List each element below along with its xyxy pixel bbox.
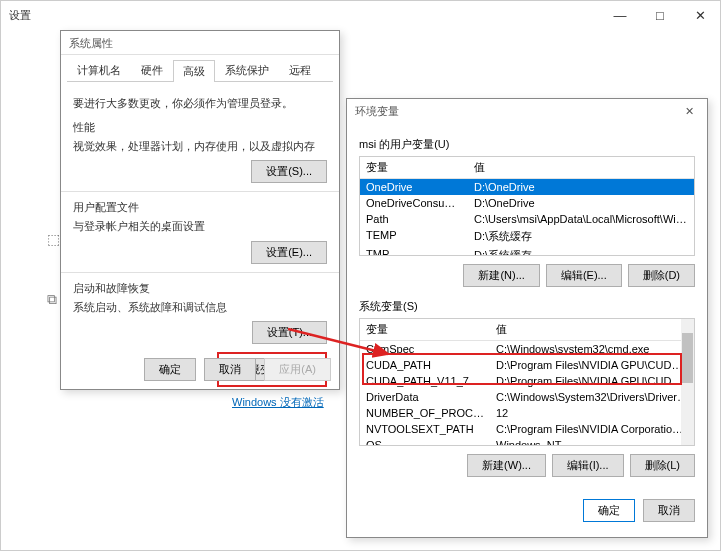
close-button[interactable]: ✕ (679, 99, 699, 123)
var-name: OneDrive (360, 179, 468, 195)
table-row[interactable]: OneDriveD:\OneDrive (360, 179, 694, 195)
dialog-buttons: 确定 取消 应用(A) (144, 358, 331, 381)
var-name: TEMP (360, 227, 468, 246)
window-title: 设置 (9, 8, 31, 23)
startup-desc: 系统启动、系统故障和调试信息 (73, 299, 327, 316)
cancel-button[interactable]: 取消 (204, 358, 256, 381)
table-header: 变量 值 (360, 319, 694, 341)
tab-advanced[interactable]: 高级 (173, 60, 215, 82)
col-name[interactable]: 变量 (360, 319, 490, 340)
table-row[interactable]: ComSpecC:\Windows\system32\cmd.exe (360, 341, 694, 357)
var-value: 12 (490, 405, 694, 421)
new-button[interactable]: 新建(W)... (467, 454, 546, 477)
admin-note: 要进行大多数更改，你必须作为管理员登录。 (73, 95, 327, 112)
var-name: OneDriveConsumer (360, 195, 468, 211)
profile-settings-button[interactable]: 设置(E)... (251, 241, 327, 264)
scroll-thumb[interactable] (682, 333, 693, 383)
var-value: D:\系统缓存 (468, 246, 694, 256)
dialog-title: 系统属性 (61, 31, 339, 55)
separator (61, 191, 339, 192)
startup-settings-button[interactable]: 设置(T)... (252, 321, 327, 344)
dialog-title: 环境变量 (355, 99, 399, 123)
var-name: TMP (360, 246, 468, 256)
table-row[interactable]: CUDA_PATHD:\Program Files\NVIDIA GPU\CUD… (360, 357, 694, 373)
minimize-button[interactable]: — (600, 1, 640, 29)
tab-computer-name[interactable]: 计算机名 (67, 59, 131, 81)
user-var-buttons: 新建(N)... 编辑(E)... 删除(D) (359, 264, 695, 287)
table-row[interactable]: OSWindows_NT (360, 437, 694, 446)
user-vars-label: msi 的用户变量(U) (359, 137, 695, 152)
profile-desc: 与登录帐户相关的桌面设置 (73, 218, 327, 235)
perf-desc: 视觉效果，处理器计划，内存使用，以及虚拟内存 (73, 138, 327, 155)
scrollbar[interactable] (681, 319, 694, 445)
var-value: D:\Program Files\NVIDIA GPU\CUDA Develop… (490, 357, 694, 373)
close-button[interactable]: ✕ (680, 1, 720, 29)
new-button[interactable]: 新建(N)... (463, 264, 539, 287)
cancel-button[interactable]: 取消 (643, 499, 695, 522)
user-vars-rows: OneDriveD:\OneDriveOneDriveConsumerD:\On… (360, 179, 694, 256)
perf-settings-button[interactable]: 设置(S)... (251, 160, 327, 183)
window-controls: — □ ✕ (600, 1, 720, 29)
var-name: ComSpec (360, 341, 490, 357)
var-name: CUDA_PATH (360, 357, 490, 373)
var-name: OS (360, 437, 490, 446)
sys-vars-label: 系统变量(S) (359, 299, 695, 314)
ok-button[interactable]: 确定 (144, 358, 196, 381)
tab-remote[interactable]: 远程 (279, 59, 321, 81)
sidebar-icon: ⬚ (47, 231, 60, 247)
table-row[interactable]: CUDA_PATH_V11_7D:\Program Files\NVIDIA G… (360, 373, 694, 389)
delete-button[interactable]: 删除(D) (628, 264, 695, 287)
var-name: DriverData (360, 389, 490, 405)
perf-label: 性能 (73, 120, 327, 135)
table-header: 变量 值 (360, 157, 694, 179)
envvar-body: msi 的用户变量(U) 变量 值 OneDriveD:\OneDriveOne… (347, 123, 707, 489)
var-value: D:\Program Files\NVIDIA GPU\CUDA Develop… (490, 373, 694, 389)
var-value: Windows_NT (490, 437, 694, 446)
table-row[interactable]: TMPD:\系统缓存 (360, 246, 694, 256)
tabs: 计算机名 硬件 高级 系统保护 远程 (67, 59, 333, 82)
ok-button[interactable]: 确定 (583, 499, 635, 522)
system-properties-dialog: 系统属性 计算机名 硬件 高级 系统保护 远程 要进行大多数更改，你必须作为管理… (60, 30, 340, 390)
table-row[interactable]: NVTOOLSEXT_PATHC:\Program Files\NVIDIA C… (360, 421, 694, 437)
sysprops-body: 要进行大多数更改，你必须作为管理员登录。 性能 视觉效果，处理器计划，内存使用，… (61, 82, 339, 403)
var-name: NUMBER_OF_PROCESSORS (360, 405, 490, 421)
col-value[interactable]: 值 (490, 319, 694, 340)
apply-button[interactable]: 应用(A) (264, 358, 331, 381)
table-row[interactable]: PathC:\Users\msi\AppData\Local\Microsoft… (360, 211, 694, 227)
sys-var-buttons: 新建(W)... 编辑(I)... 删除(L) (359, 454, 695, 477)
var-value: D:\OneDrive (468, 179, 694, 195)
windows-activation-link[interactable]: Windows 没有激活 (232, 395, 324, 410)
title-bar: 设置 — □ ✕ (1, 1, 720, 29)
table-row[interactable]: DriverDataC:\Windows\System32\Drivers\Dr… (360, 389, 694, 405)
delete-button[interactable]: 删除(L) (630, 454, 695, 477)
user-vars-table[interactable]: 变量 值 OneDriveD:\OneDriveOneDriveConsumer… (359, 156, 695, 256)
edit-button[interactable]: 编辑(E)... (546, 264, 622, 287)
startup-label: 启动和故障恢复 (73, 281, 327, 296)
profile-label: 用户配置文件 (73, 200, 327, 215)
var-value: C:\Windows\system32\cmd.exe (490, 341, 694, 357)
col-value[interactable]: 值 (468, 157, 694, 178)
env-variables-dialog: 环境变量 ✕ msi 的用户变量(U) 变量 值 OneDriveD:\OneD… (346, 98, 708, 538)
edit-button[interactable]: 编辑(I)... (552, 454, 624, 477)
dialog-title-bar: 环境变量 ✕ (347, 99, 707, 123)
var-value: C:\Users\msi\AppData\Local\Microsoft\Win… (468, 211, 694, 227)
table-row[interactable]: TEMPD:\系统缓存 (360, 227, 694, 246)
dialog-buttons: 确定 取消 (347, 489, 707, 532)
tab-system-protection[interactable]: 系统保护 (215, 59, 279, 81)
var-value: C:\Program Files\NVIDIA Corporation\NvTo… (490, 421, 694, 437)
sys-vars-table[interactable]: 变量 值 ComSpecC:\Windows\system32\cmd.exeC… (359, 318, 695, 446)
tab-hardware[interactable]: 硬件 (131, 59, 173, 81)
sys-vars-rows: ComSpecC:\Windows\system32\cmd.exeCUDA_P… (360, 341, 694, 446)
var-name: Path (360, 211, 468, 227)
table-row[interactable]: NUMBER_OF_PROCESSORS12 (360, 405, 694, 421)
maximize-button[interactable]: □ (640, 1, 680, 29)
var-value: C:\Windows\System32\Drivers\DriverData (490, 389, 694, 405)
col-name[interactable]: 变量 (360, 157, 468, 178)
var-name: CUDA_PATH_V11_7 (360, 373, 490, 389)
separator (61, 272, 339, 273)
var-value: D:\OneDrive (468, 195, 694, 211)
table-row[interactable]: OneDriveConsumerD:\OneDrive (360, 195, 694, 211)
var-name: NVTOOLSEXT_PATH (360, 421, 490, 437)
var-value: D:\系统缓存 (468, 227, 694, 246)
sidebar-icon: ⧉ (47, 291, 57, 308)
